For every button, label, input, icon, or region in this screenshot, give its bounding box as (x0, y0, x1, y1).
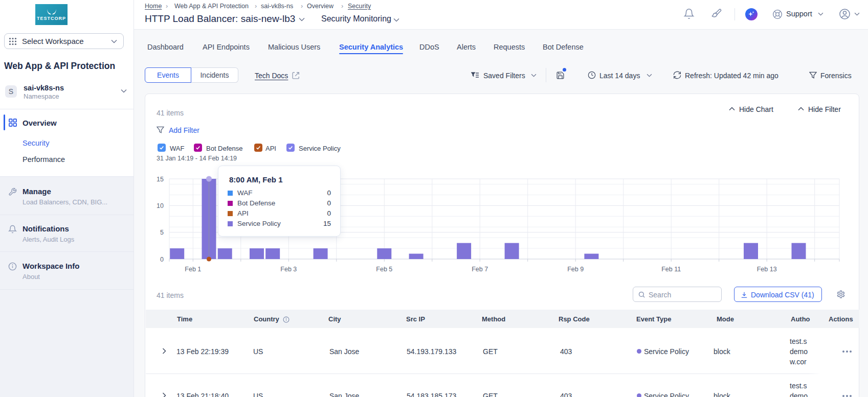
svg-text:Feb 1: Feb 1 (185, 266, 201, 273)
svg-text:Feb 3: Feb 3 (280, 266, 297, 273)
svg-text:Feb 5: Feb 5 (376, 266, 392, 273)
svg-text:15: 15 (157, 176, 164, 183)
svg-text:Feb 13: Feb 13 (757, 266, 777, 273)
svg-text:10: 10 (157, 202, 164, 209)
svg-text:Feb 7: Feb 7 (472, 266, 488, 273)
svg-text:Feb 9: Feb 9 (567, 266, 584, 273)
svg-text:Feb 11: Feb 11 (661, 266, 681, 273)
svg-text:0: 0 (160, 256, 164, 263)
svg-text:5: 5 (160, 229, 164, 236)
